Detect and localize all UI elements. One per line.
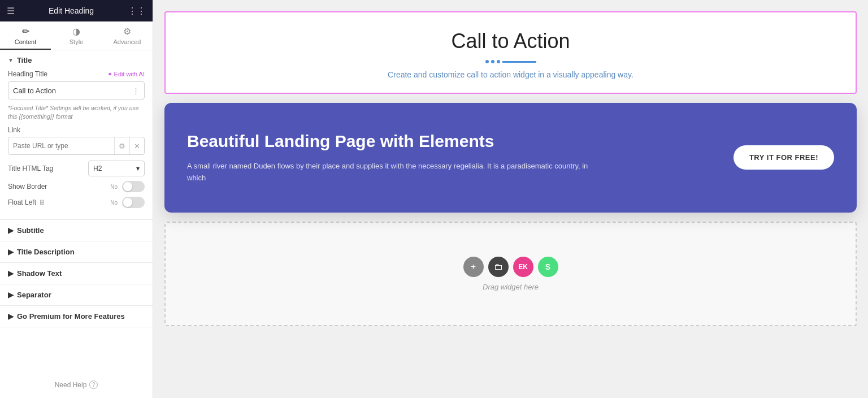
sidebar-header: ☰ Edit Heading ⋮⋮ <box>0 0 153 21</box>
title-description-section: ▶ Title Description <box>0 241 153 263</box>
ek-icon[interactable]: EK <box>513 257 533 277</box>
shadow-text-label: Shadow Text <box>17 269 62 278</box>
cta-subtitle: Create and customize call to action widg… <box>177 70 844 79</box>
tab-advanced[interactable]: ⚙ Advanced <box>102 21 153 50</box>
show-border-toggle[interactable] <box>122 181 145 192</box>
need-help-row[interactable]: Need Help ? <box>0 371 153 398</box>
grid-icon[interactable]: ⋮⋮ <box>128 6 146 16</box>
float-left-toggle[interactable] <box>122 197 145 208</box>
float-left-icon: 🖥 <box>38 198 45 206</box>
advanced-icon: ⚙ <box>123 26 131 37</box>
cta-dot-1 <box>485 60 489 63</box>
tab-content[interactable]: ✏ Content <box>0 21 51 50</box>
html-tag-arrow: ▾ <box>136 165 140 172</box>
main-canvas: Call to Action Create and customize call… <box>153 0 868 398</box>
tab-advanced-label: Advanced <box>114 38 141 45</box>
separator-header[interactable]: ▶ Separator <box>0 284 153 305</box>
title-section-label: Title <box>17 56 32 64</box>
hamburger-icon[interactable]: ☰ <box>7 6 15 16</box>
heading-hint: *Focused Title* Settings will be worked,… <box>8 104 145 120</box>
go-premium-header[interactable]: ▶ Go Premium for More Features <box>0 306 153 327</box>
tab-style-label: Style <box>70 38 83 45</box>
heading-value-input[interactable] <box>13 86 132 95</box>
landing-title: Beautiful Landing Page with Elements <box>187 131 607 152</box>
separator-section: ▶ Separator <box>0 284 153 306</box>
s-icon[interactable]: S <box>538 257 558 277</box>
title-section-header[interactable]: ▼ Title <box>0 50 153 70</box>
float-left-no: No <box>110 200 118 206</box>
landing-banner-widget: Beautiful Landing Page with Elements A s… <box>164 103 857 213</box>
cta-header-widget: Call to Action Create and customize call… <box>164 11 857 94</box>
title-section-content: Heading Title ✦ Edit with AI ⋮ *Focused … <box>0 70 153 219</box>
edit-ai-button[interactable]: ✦ Edit with AI <box>107 71 145 78</box>
float-left-row: Float Left 🖥 No <box>8 197 145 208</box>
sidebar-title: Edit Heading <box>49 6 94 15</box>
html-tag-select[interactable]: H2 ▾ <box>88 161 145 176</box>
float-left-label: Float Left 🖥 <box>8 198 45 206</box>
html-tag-value: H2 <box>93 165 102 172</box>
link-label: Link <box>8 126 145 134</box>
tabs-row: ✏ Content ◑ Style ⚙ Advanced <box>0 21 153 50</box>
title-collapse-arrow: ▼ <box>8 57 14 63</box>
subtitle-section: ▶ Subtitle <box>0 220 153 241</box>
float-left-toggle-area: No <box>110 197 145 208</box>
show-border-no: No <box>110 184 118 190</box>
drop-text: Drag widget here <box>177 283 844 291</box>
shadow-text-arrow: ▶ <box>8 269 14 278</box>
link-input-row: ⚙ ✕ <box>8 137 145 155</box>
tab-content-label: Content <box>15 38 37 45</box>
title-desc-arrow: ▶ <box>8 248 14 256</box>
link-input[interactable] <box>8 142 114 150</box>
separator-label: Separator <box>17 291 51 299</box>
landing-content: Beautiful Landing Page with Elements A s… <box>187 131 607 184</box>
html-tag-row: Title HTML Tag H2 ▾ <box>8 161 145 176</box>
go-premium-arrow: ▶ <box>8 312 14 321</box>
separator-arrow: ▶ <box>8 291 14 299</box>
cta-divider-line <box>502 61 536 63</box>
link-remove-icon[interactable]: ✕ <box>129 137 144 154</box>
cta-divider <box>177 60 844 63</box>
subtitle-arrow: ▶ <box>8 226 14 235</box>
landing-description: A small river named Duden flows by their… <box>187 161 607 184</box>
shadow-text-section: ▶ Shadow Text <box>0 263 153 284</box>
tab-style[interactable]: ◑ Style <box>51 21 102 50</box>
cta-title: Call to Action <box>177 29 844 53</box>
need-help-label: Need Help <box>55 381 87 389</box>
show-border-toggle-area: No <box>110 181 145 192</box>
show-border-row: Show Border No <box>8 181 145 192</box>
heading-options-icon[interactable]: ⋮ <box>132 86 140 95</box>
subtitle-label: Subtitle <box>17 226 44 235</box>
go-premium-label: Go Premium for More Features <box>17 312 125 321</box>
heading-title-row: Heading Title ✦ Edit with AI <box>8 70 145 78</box>
title-description-header[interactable]: ▶ Title Description <box>0 241 153 262</box>
cta-dot-2 <box>491 60 494 63</box>
shadow-text-header[interactable]: ▶ Shadow Text <box>0 263 153 284</box>
subtitle-section-header[interactable]: ▶ Subtitle <box>0 220 153 241</box>
cta-dot-3 <box>497 60 500 63</box>
style-icon: ◑ <box>72 26 80 37</box>
go-premium-section: ▶ Go Premium for More Features <box>0 306 153 327</box>
show-border-label: Show Border <box>8 183 47 191</box>
html-tag-label: Title HTML Tag <box>8 165 53 172</box>
add-widget-icon[interactable]: + <box>463 257 484 277</box>
link-settings-icon[interactable]: ⚙ <box>114 137 129 154</box>
title-description-label: Title Description <box>17 248 75 256</box>
try-free-button[interactable]: TRY IT FOR FREE! <box>734 145 834 170</box>
sidebar: ☰ Edit Heading ⋮⋮ ✏ Content ◑ Style ⚙ Ad… <box>0 0 153 398</box>
drop-zone[interactable]: + 🗀 EK S Drag widget here <box>164 222 857 326</box>
heading-title-label: Heading Title <box>8 70 47 78</box>
show-border-knob <box>123 182 132 191</box>
content-icon: ✏ <box>22 26 29 37</box>
title-section: ▼ Title Heading Title ✦ Edit with AI ⋮ *… <box>0 50 153 220</box>
float-left-knob <box>123 198 132 207</box>
heading-value-input-wrapper: ⋮ <box>8 81 145 100</box>
drop-zone-icons: + 🗀 EK S <box>177 257 844 277</box>
help-icon: ? <box>89 380 98 389</box>
folder-icon[interactable]: 🗀 <box>488 257 509 277</box>
